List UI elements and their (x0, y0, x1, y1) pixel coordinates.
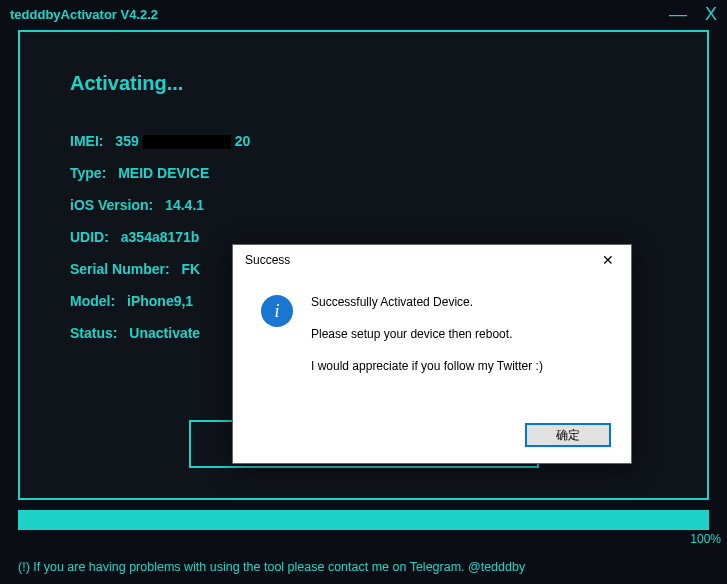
status-heading: Activating... (70, 72, 657, 95)
imei-label: IMEI: (70, 133, 103, 149)
model-value: iPhone9,1 (127, 293, 193, 309)
udid-label: UDID: (70, 229, 109, 245)
dialog-line3: I would appreciate if you follow my Twit… (311, 357, 543, 375)
ios-value: 14.4.1 (165, 197, 204, 213)
dialog-ok-button[interactable]: 确定 (525, 423, 611, 447)
imei-value-prefix: 359 (115, 133, 138, 149)
dialog-body: i Successfully Activated Device. Please … (233, 275, 631, 399)
serial-label: Serial Number: (70, 261, 170, 277)
type-row: Type: MEID DEVICE (70, 165, 657, 181)
status-value: Unactivate (129, 325, 200, 341)
footer-help-text: (!) If you are having problems with usin… (18, 560, 525, 574)
imei-redacted (143, 135, 231, 149)
dialog-line2: Please setup your device then reboot. (311, 325, 543, 343)
app-title: tedddbyActivator V4.2.2 (10, 7, 669, 22)
minimize-button[interactable]: — (669, 5, 687, 23)
imei-row: IMEI: 35920 (70, 133, 657, 149)
type-value: MEID DEVICE (118, 165, 209, 181)
dialog-messages: Successfully Activated Device. Please se… (311, 293, 543, 389)
imei-value-suffix: 20 (235, 133, 251, 149)
ios-row: iOS Version: 14.4.1 (70, 197, 657, 213)
ios-label: iOS Version: (70, 197, 153, 213)
dialog-footer: 确定 (525, 423, 611, 447)
udid-row: UDID: a354a8171b (70, 229, 657, 245)
progress-percent: 100% (690, 532, 721, 546)
dialog-close-button[interactable]: ✕ (593, 252, 623, 268)
udid-value: a354a8171b (121, 229, 200, 245)
serial-value: FK (181, 261, 200, 277)
status-label: Status: (70, 325, 117, 341)
success-dialog: Success ✕ i Successfully Activated Devic… (232, 244, 632, 464)
dialog-title: Success (245, 253, 593, 267)
close-button[interactable]: X (705, 5, 717, 23)
window-titlebar: tedddbyActivator V4.2.2 — X (0, 0, 727, 28)
dialog-line1: Successfully Activated Device. (311, 293, 543, 311)
model-label: Model: (70, 293, 115, 309)
progress-bar (18, 510, 709, 530)
window-controls: — X (669, 5, 717, 23)
type-label: Type: (70, 165, 106, 181)
info-icon: i (261, 295, 293, 327)
dialog-titlebar: Success ✕ (233, 245, 631, 275)
